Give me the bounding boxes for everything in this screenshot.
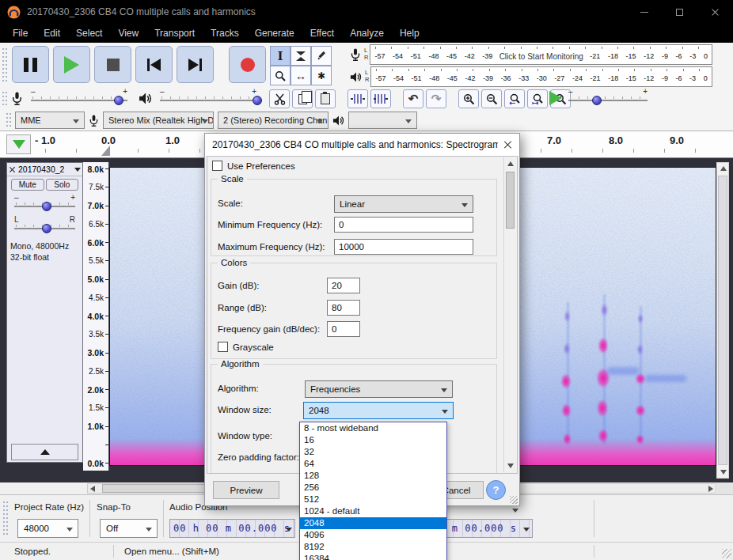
multi-tool-button[interactable] [311,66,332,85]
copy-button[interactable] [292,89,313,108]
playback-volume-thumb[interactable] [253,96,262,105]
zoom-out-button[interactable] [481,89,502,108]
fit-project-button[interactable] [527,89,548,108]
grayscale-checkbox[interactable] [218,342,228,352]
window-size-select[interactable]: 2048 [303,402,454,419]
dialog-resize-grip[interactable] [510,496,518,504]
menu-item[interactable]: View [110,24,146,43]
track-close-icon[interactable] [9,166,16,173]
pause-button[interactable] [12,46,49,83]
dialog-scroll-down-icon[interactable] [507,464,514,468]
playback-device-select[interactable] [348,112,417,129]
cut-button[interactable] [269,89,290,108]
speaker-icon[interactable] [350,71,362,83]
dialog-title-bar[interactable]: 20170430_2306 CB4 CO multiple calls and … [205,134,519,156]
record-volume-thumb[interactable] [114,96,123,105]
track-collapse-button[interactable] [11,444,78,460]
device-toolbar-grip[interactable] [6,113,11,127]
window-size-option[interactable]: 32 [300,446,446,458]
vertical-scrollbar[interactable] [716,162,729,479]
selection-tool-button[interactable]: I [270,46,291,66]
window-size-option[interactable]: 16384 [300,553,446,560]
algorithm-select[interactable]: Frequencies [305,380,453,398]
scale-select[interactable]: Linear [334,195,473,213]
snap-to-select[interactable]: Off [100,519,158,538]
scroll-up-icon[interactable] [720,166,727,171]
project-rate-select[interactable]: 48000 [17,519,78,538]
scroll-right-icon[interactable] [708,486,713,492]
record-button[interactable] [229,46,266,83]
zoom-tool-button[interactable] [270,66,291,85]
solo-button[interactable]: Solo [46,179,79,191]
undo-button[interactable] [403,89,423,108]
minimize-button[interactable] [626,0,662,24]
help-button[interactable]: ? [486,480,506,500]
window-size-option[interactable]: 128 [300,470,446,482]
window-size-option[interactable]: 8 - most wideband [300,422,446,434]
frequency-gain-input[interactable]: 0 [327,321,360,337]
redo-button[interactable] [426,89,446,108]
mute-button[interactable]: Mute [11,179,44,191]
track-name[interactable]: 20170430_2 [18,165,72,174]
draw-tool-button[interactable] [311,46,332,66]
frequency-ruler[interactable]: 8.0k7.5k7.0k6.5k6.0k5.5k5.0k4.5k4.0k3.5k… [83,162,109,471]
window-size-option[interactable]: 2048 [300,517,446,529]
window-size-option[interactable]: 8192 [300,541,446,553]
selection-options-chevron[interactable] [509,505,522,516]
playback-volume-slider[interactable]: – + [160,89,256,107]
playback-meter[interactable]: -57-54-51-48-45-42-39-36-33-30-27-24-21-… [370,66,712,87]
paste-button[interactable] [315,89,336,108]
audio-host-select[interactable]: MME [15,112,85,129]
dialog-scrollbar-thumb[interactable] [506,172,515,229]
close-button[interactable] [697,0,733,24]
skip-to-end-button[interactable] [177,46,214,83]
window-size-option[interactable]: 4096 [300,529,446,541]
audio-position-field[interactable]: 00 h 00 m 00.000 s [169,519,295,538]
window-size-option[interactable]: 64 [300,458,446,470]
use-preferences-row[interactable]: Use Preferences [212,161,295,171]
fit-selection-button[interactable] [504,89,525,108]
stop-button[interactable] [94,46,131,83]
dialog-close-icon[interactable] [503,140,512,149]
maximize-button[interactable] [662,0,697,24]
window-size-option[interactable]: 16 [300,434,446,446]
menu-item[interactable]: Effect [302,24,342,43]
menu-item[interactable]: Transport [146,24,203,43]
menu-item[interactable]: Select [68,24,110,43]
preview-button[interactable]: Preview [213,481,279,499]
scroll-left-icon[interactable] [90,486,95,492]
playback-speed-thumb[interactable] [592,96,602,105]
zoom-in-button[interactable] [458,89,479,108]
window-size-option[interactable]: 512 [300,494,446,505]
timeshift-tool-button[interactable] [291,66,311,85]
menu-item[interactable]: Generate [247,24,302,43]
dialog-scroll-up-icon[interactable] [507,161,514,166]
range-input[interactable]: 80 [327,300,360,316]
menu-item[interactable]: Edit [36,24,68,43]
track-pan-thumb[interactable] [42,224,51,233]
use-preferences-checkbox[interactable] [212,161,222,171]
max-frequency-input[interactable]: 10000 [334,239,473,255]
microphone-icon[interactable] [350,48,361,61]
skip-to-start-button[interactable] [135,46,173,83]
scroll-down-icon[interactable] [720,470,727,475]
track-gain-slider[interactable]: – + [14,195,75,213]
track-menu-chevron-icon[interactable] [74,168,81,172]
menu-item[interactable]: File [5,24,36,43]
grayscale-row[interactable]: Grayscale [218,342,274,352]
play-at-speed-icon[interactable] [549,91,562,105]
playback-speed-slider[interactable]: – + [568,89,648,107]
window-size-option[interactable]: 1024 - default [300,505,446,517]
monitoring-overlay[interactable]: Click to Start Monitoring [497,51,586,60]
min-frequency-input[interactable]: 0 [334,217,473,233]
track-pan-slider[interactable]: L R [14,218,75,235]
menu-item[interactable]: Tracks [203,24,247,43]
dialog-scrollbar[interactable] [503,157,516,472]
record-volume-slider[interactable]: – + [31,89,127,107]
envelope-tool-button[interactable] [291,46,311,66]
window-resize-grip[interactable] [722,549,731,558]
window-size-option[interactable]: 256 [300,482,446,494]
recording-meter[interactable]: -57-54-51-48-45-42-39-36-33-30-27-24-21-… [370,44,712,65]
trim-audio-button[interactable] [348,89,368,108]
vertical-scrollbar-thumb[interactable] [718,176,727,465]
